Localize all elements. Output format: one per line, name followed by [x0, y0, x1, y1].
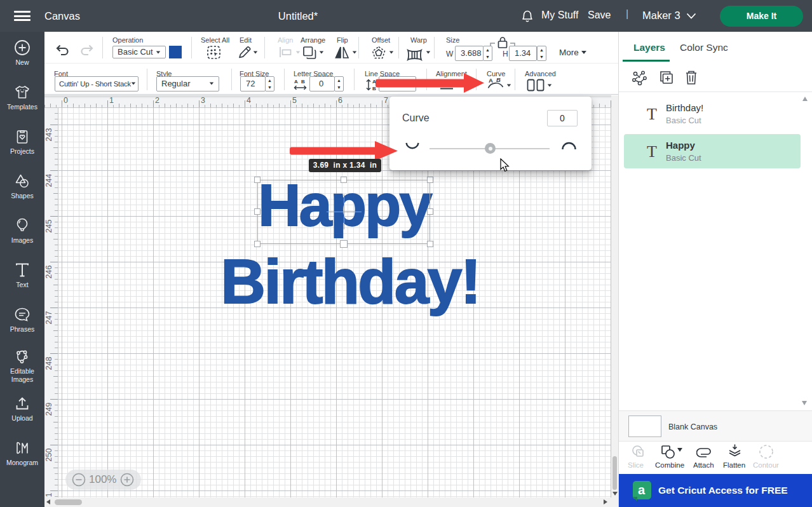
svg-text:B: B — [496, 77, 501, 83]
svg-text:A: A — [489, 77, 493, 84]
svg-text:B: B — [301, 79, 305, 84]
svg-text:A: A — [294, 79, 298, 84]
